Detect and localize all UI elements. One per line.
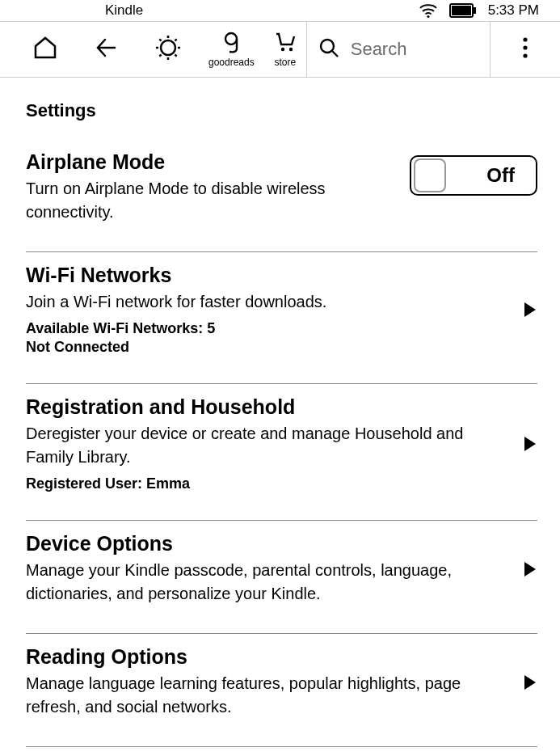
setting-registration-household[interactable]: Registration and Household Deregister yo…	[26, 384, 537, 509]
chevron-right-icon	[524, 302, 537, 317]
setting-description: Manage your Kindle passcode, parental co…	[26, 559, 508, 606]
airplane-mode-toggle[interactable]: Off	[410, 155, 537, 196]
setting-device-options[interactable]: Device Options Manage your Kindle passco…	[26, 521, 537, 622]
home-icon	[32, 35, 58, 64]
toggle-knob	[414, 158, 446, 192]
setting-description: Join a Wi-Fi network for faster download…	[26, 290, 508, 314]
chevron-right-icon	[524, 675, 537, 690]
setting-title: Wi-Fi Networks	[26, 264, 508, 287]
clock-label: 5:33 PM	[488, 2, 539, 19]
svg-point-11	[523, 53, 527, 57]
status-bar: Kindle 5:33 PM	[0, 0, 560, 21]
wifi-icon	[419, 2, 438, 19]
status-right: 5:33 PM	[419, 2, 539, 19]
svg-point-7	[289, 48, 293, 51]
back-arrow-icon	[94, 35, 120, 64]
setting-reading-options[interactable]: Reading Options Manage language learning…	[26, 634, 537, 735]
setting-title: Reading Options	[26, 645, 508, 669]
svg-rect-2	[452, 6, 471, 15]
gear-icon	[155, 35, 181, 64]
setting-airplane-mode: Airplane Mode Turn on Airplane Mode to d…	[26, 139, 537, 240]
store-cart-icon	[274, 31, 297, 57]
search-button[interactable]: Search	[307, 22, 490, 77]
svg-point-4	[161, 40, 175, 55]
goodreads-button[interactable]: goodreads	[199, 31, 264, 68]
svg-point-10	[523, 45, 527, 49]
goodreads-icon	[220, 31, 242, 57]
chevron-right-icon	[524, 562, 537, 577]
home-button[interactable]	[15, 35, 76, 64]
battery-icon	[449, 3, 477, 18]
page-title: Settings	[26, 100, 537, 121]
svg-point-9	[523, 37, 527, 41]
svg-point-6	[281, 48, 284, 51]
svg-rect-3	[474, 7, 476, 14]
content: Settings Airplane Mode Turn on Airplane …	[0, 78, 560, 747]
back-button[interactable]	[76, 35, 137, 64]
setting-wifi-networks[interactable]: Wi-Fi Networks Join a Wi-Fi network for …	[26, 252, 537, 372]
svg-point-5	[225, 33, 237, 44]
store-label: store	[274, 57, 296, 68]
setting-title: Airplane Mode	[26, 150, 394, 174]
search-placeholder: Search	[351, 39, 407, 60]
setting-title: Device Options	[26, 532, 508, 555]
goodreads-label: goodreads	[208, 57, 255, 68]
wifi-connection-status: Not Connected	[26, 339, 508, 356]
toolbar: goodreads store Search	[0, 21, 560, 78]
kebab-menu-icon	[523, 36, 528, 62]
search-icon	[318, 37, 339, 61]
registered-user: Registered User: Emma	[26, 475, 508, 492]
svg-point-8	[321, 40, 334, 53]
setting-description: Deregister your device or create and man…	[26, 422, 508, 469]
setting-description: Manage language learning features, popul…	[26, 672, 508, 719]
toggle-label: Off	[486, 164, 515, 187]
settings-button[interactable]	[137, 35, 199, 64]
svg-point-0	[427, 15, 429, 18]
toolbar-left: goodreads store	[0, 22, 306, 77]
divider	[26, 746, 537, 747]
app-name-label: Kindle	[105, 2, 143, 19]
chevron-right-icon	[524, 437, 537, 451]
wifi-available-count: Available Wi-Fi Networks: 5	[26, 320, 508, 337]
setting-description: Turn on Airplane Mode to disable wireles…	[26, 177, 365, 224]
setting-title: Registration and Household	[26, 395, 508, 419]
overflow-menu-button[interactable]	[491, 22, 560, 77]
store-button[interactable]: store	[264, 31, 306, 68]
